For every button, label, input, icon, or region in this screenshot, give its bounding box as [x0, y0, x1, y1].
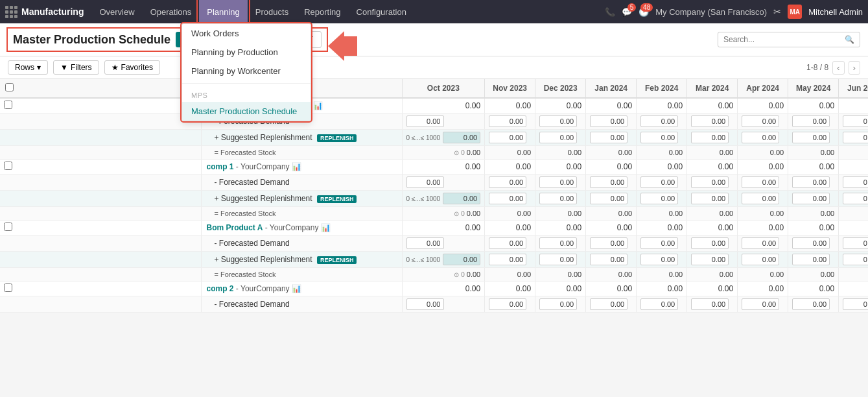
- replenish-input[interactable]: [843, 254, 868, 265]
- replenish-input[interactable]: [640, 254, 678, 265]
- prev-page-button[interactable]: ‹: [832, 61, 844, 75]
- demand-input[interactable]: [792, 176, 830, 188]
- row-checkbox[interactable]: [4, 162, 12, 170]
- demand-input[interactable]: [792, 298, 830, 310]
- demand-input[interactable]: [843, 115, 868, 127]
- replenish-input[interactable]: [742, 132, 779, 143]
- clock-icon-btn[interactable]: 🕐 48: [639, 7, 649, 17]
- demand-input[interactable]: [792, 237, 830, 249]
- replenish-badge[interactable]: REPLENISH: [317, 256, 357, 264]
- replenish-input[interactable]: [843, 193, 868, 204]
- replenish-input[interactable]: [489, 254, 526, 265]
- demand-input[interactable]: [843, 298, 868, 310]
- chart-icon[interactable]: 📊: [292, 162, 301, 171]
- replenish-badge[interactable]: REPLENISH: [317, 134, 357, 142]
- favorites-button[interactable]: ★ Favorites: [104, 60, 160, 75]
- demand-input[interactable]: [742, 115, 779, 127]
- demand-input[interactable]: [792, 115, 830, 127]
- demand-input[interactable]: [539, 298, 577, 310]
- replenish-input[interactable]: [742, 254, 779, 265]
- row-checkbox[interactable]: [4, 223, 12, 231]
- nav-products[interactable]: Products: [248, 0, 296, 23]
- rows-button[interactable]: Rows ▾: [8, 60, 48, 75]
- replenish-input[interactable]: [590, 254, 628, 265]
- chart-icon[interactable]: 📊: [321, 223, 331, 232]
- demand-input[interactable]: [406, 298, 444, 310]
- demand-input[interactable]: [489, 176, 526, 188]
- search-input[interactable]: [723, 35, 841, 44]
- user-avatar[interactable]: MA: [788, 5, 802, 19]
- demand-input[interactable]: [539, 237, 577, 249]
- product-link[interactable]: Bom Product A: [207, 223, 263, 232]
- demand-input[interactable]: [843, 176, 868, 188]
- replenish-input-first[interactable]: [443, 254, 480, 265]
- demand-input[interactable]: [489, 115, 526, 127]
- filters-button[interactable]: ▼ Filters: [53, 60, 99, 75]
- nav-operations[interactable]: Operations: [143, 0, 200, 23]
- replenish-input[interactable]: [640, 193, 678, 204]
- nav-reporting[interactable]: Reporting: [296, 0, 348, 23]
- next-page-button[interactable]: ›: [849, 61, 860, 75]
- chart-icon[interactable]: 📊: [292, 284, 301, 293]
- demand-input[interactable]: [539, 115, 577, 127]
- chart-icon[interactable]: 📊: [313, 101, 323, 110]
- demand-input[interactable]: [590, 176, 628, 188]
- demand-input[interactable]: [640, 237, 678, 249]
- replenish-input[interactable]: [742, 193, 779, 204]
- replenish-input[interactable]: [590, 193, 628, 204]
- demand-input[interactable]: [691, 176, 729, 188]
- demand-input[interactable]: [590, 115, 628, 127]
- replenish-input[interactable]: [539, 193, 577, 204]
- replenish-input-first[interactable]: [443, 193, 480, 204]
- dropdown-planning-production[interactable]: Planning by Production: [182, 43, 311, 62]
- demand-input[interactable]: [640, 115, 678, 127]
- replenish-input[interactable]: [792, 254, 830, 265]
- dropdown-planning-workcenter[interactable]: Planning by Workcenter: [182, 62, 311, 80]
- demand-input[interactable]: [406, 115, 444, 127]
- replenish-input[interactable]: [539, 132, 577, 143]
- demand-input[interactable]: [590, 298, 628, 310]
- product-link[interactable]: comp 1: [207, 162, 234, 171]
- replenish-input[interactable]: [590, 132, 628, 143]
- demand-input[interactable]: [590, 237, 628, 249]
- replenish-input[interactable]: [691, 254, 729, 265]
- demand-input[interactable]: [406, 176, 444, 188]
- nav-planning[interactable]: Planning: [199, 0, 248, 23]
- dropdown-mps[interactable]: Master Production Schedule: [182, 102, 311, 121]
- replenish-badge[interactable]: REPLENISH: [317, 195, 357, 203]
- demand-input[interactable]: [539, 176, 577, 188]
- row-checkbox[interactable]: [4, 283, 12, 292]
- demand-input[interactable]: [640, 298, 678, 310]
- replenish-input[interactable]: [691, 193, 729, 204]
- replenish-input[interactable]: [843, 132, 868, 143]
- demand-input[interactable]: [691, 237, 729, 249]
- demand-input[interactable]: [742, 298, 779, 310]
- select-all-checkbox[interactable]: [5, 83, 14, 91]
- demand-input[interactable]: [640, 176, 678, 188]
- replenish-input[interactable]: [792, 193, 830, 204]
- chat-icon-btn[interactable]: 💬 5: [622, 7, 632, 17]
- replenish-input[interactable]: [640, 132, 678, 143]
- replenish-input[interactable]: [489, 132, 526, 143]
- replenish-input[interactable]: [489, 193, 526, 204]
- replenish-input[interactable]: [539, 254, 577, 265]
- demand-input[interactable]: [406, 237, 444, 249]
- nav-overview[interactable]: Overview: [91, 0, 142, 23]
- dropdown-work-orders[interactable]: Work Orders: [182, 24, 311, 43]
- product-link[interactable]: comp 2: [207, 284, 234, 293]
- demand-input[interactable]: [691, 115, 729, 127]
- replenish-input-first[interactable]: [443, 132, 480, 143]
- demand-input[interactable]: [742, 237, 779, 249]
- app-logo[interactable]: Manufacturing: [5, 6, 84, 18]
- replenish-input[interactable]: [691, 132, 729, 143]
- demand-input[interactable]: [489, 237, 526, 249]
- demand-input[interactable]: [843, 237, 868, 249]
- replenish-input[interactable]: [792, 132, 830, 143]
- demand-input[interactable]: [489, 298, 526, 310]
- phone-icon-btn[interactable]: 📞: [605, 7, 615, 17]
- demand-input[interactable]: [742, 176, 779, 188]
- demand-input[interactable]: [691, 298, 729, 310]
- search-icon[interactable]: 🔍: [845, 35, 854, 44]
- row-checkbox[interactable]: [4, 101, 12, 109]
- nav-configuration[interactable]: Configuration: [349, 0, 414, 23]
